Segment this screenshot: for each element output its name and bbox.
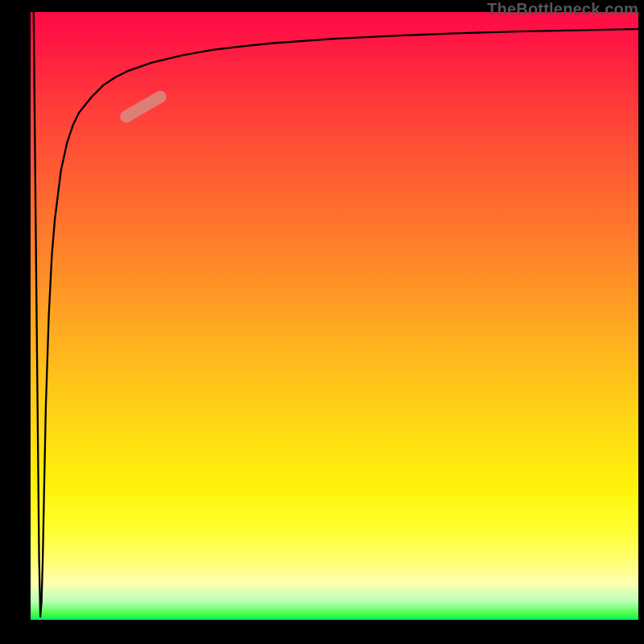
line-curve [31,12,638,620]
watermark-text: TheBottleneck.com [487,0,638,19]
curve-path [34,12,638,617]
chart-container: TheBottleneck.com [0,0,644,644]
plot-area [31,12,638,620]
